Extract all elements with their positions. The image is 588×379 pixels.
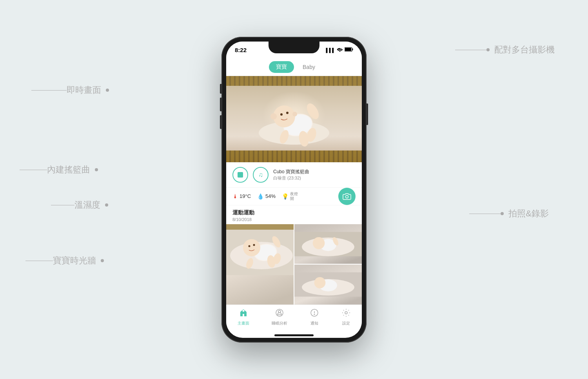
svg-point-44 <box>345 312 347 314</box>
phone-frame: 8:22 ▌▌▌ 寶寶 Baby <box>221 37 367 343</box>
wifi-icon <box>337 47 343 53</box>
svg-point-22 <box>243 239 260 256</box>
status-time: 8:22 <box>235 47 247 53</box>
annotation-lullaby-text: 內建搖籃曲 <box>47 164 90 176</box>
annotation-live-view: 即時畫面 <box>31 84 109 96</box>
svg-point-32 <box>313 237 325 249</box>
battery-icon <box>345 47 353 53</box>
light-sensor: 💡 夜燈開 <box>282 192 298 201</box>
annotation-multi-camera-text: 配對多台攝影機 <box>494 44 555 56</box>
annotation-lullaby-dot <box>95 168 98 171</box>
baby-illustration <box>226 76 362 162</box>
music-note-icon: ♫ <box>258 171 263 178</box>
svg-point-28 <box>253 244 255 246</box>
svg-point-27 <box>249 245 250 247</box>
light-icon: 💡 <box>282 193 289 199</box>
camera-fab-button[interactable] <box>338 188 356 205</box>
photo-large-1[interactable] <box>226 224 294 305</box>
volume-down-button <box>220 115 221 129</box>
svg-point-15 <box>346 195 348 198</box>
svg-point-43 <box>314 314 315 315</box>
home-indicator <box>274 334 314 336</box>
baby-svg <box>255 86 333 152</box>
photo-1-content <box>226 224 294 275</box>
photo-2-content <box>294 224 362 264</box>
svg-point-8 <box>292 112 297 116</box>
annotation-timeline-dot <box>101 259 104 262</box>
annotation-timeline-text: 寶寶時光牆 <box>53 255 96 267</box>
annotation-lullaby: 內建搖籃曲 <box>20 164 98 176</box>
home-icon <box>239 308 248 320</box>
svg-point-7 <box>270 113 277 120</box>
photo-small-1[interactable] <box>294 224 362 264</box>
nav-label-notify: 通知 <box>310 321 318 326</box>
nav-item-sleep[interactable]: 睡眠分析 <box>272 308 287 326</box>
svg-rect-2 <box>352 49 353 51</box>
annotation-live-view-dot <box>106 89 109 92</box>
annotation-photorec-line <box>469 214 501 214</box>
music-note-button[interactable]: ♫ <box>253 167 269 183</box>
svg-point-9 <box>280 113 283 116</box>
svg-rect-1 <box>345 48 351 51</box>
signal-icon: ▌▌▌ <box>326 48 335 53</box>
nav-tab-baby-inactive[interactable]: Baby <box>299 62 319 73</box>
live-video-feed <box>226 76 362 162</box>
phone-screen: 8:22 ▌▌▌ 寶寶 Baby <box>226 42 362 338</box>
annotation-timeline-line <box>25 261 53 261</box>
notch <box>269 42 319 53</box>
humidity-icon: 💧 <box>257 193 264 199</box>
nav-item-notify[interactable]: 通知 <box>310 308 319 326</box>
music-info: Cubo 寶寶搖籃曲 白噪音 (23:32) <box>273 169 309 181</box>
annotation-temperature: 溫濕度 <box>51 199 108 211</box>
status-icons: ▌▌▌ <box>326 47 353 53</box>
music-player-section: ♫ Cubo 寶寶搖籃曲 白噪音 (23:32) <box>226 162 362 188</box>
light-label: 夜燈開 <box>290 192 298 201</box>
annotation-multicam-dot <box>486 48 490 51</box>
notify-icon <box>310 308 319 320</box>
photo-3-content <box>294 265 362 305</box>
annotation-temperature-dot <box>105 203 108 207</box>
humidity-sensor: 💧 54% <box>257 193 276 199</box>
photo-grid <box>226 224 362 305</box>
power-button <box>367 103 368 125</box>
annotation-photo-record: 拍照&錄影 <box>469 208 549 219</box>
svg-point-10 <box>286 112 289 114</box>
annotation-temperature-line <box>51 205 74 205</box>
svg-point-37 <box>314 277 326 288</box>
sensor-section: 🌡 19°C 💧 54% 💡 夜燈開 <box>226 188 362 205</box>
settings-icon <box>341 308 351 320</box>
humidity-value: 54% <box>265 193 276 199</box>
svg-point-38 <box>242 310 244 312</box>
sleep-icon <box>275 308 284 320</box>
status-bar: 8:22 ▌▌▌ <box>226 42 362 59</box>
annotation-timeline: 寶寶時光牆 <box>25 255 104 267</box>
temperature-sensor: 🌡 19°C <box>232 193 251 199</box>
timeline-section: 運動運動 8/10/2018 <box>226 205 362 224</box>
annotation-live-view-text: 即時畫面 <box>67 84 101 96</box>
temperature-value: 19°C <box>240 193 251 199</box>
annotation-photorec-dot <box>501 212 504 215</box>
stop-button[interactable] <box>232 167 248 183</box>
svg-point-40 <box>278 310 281 313</box>
crib-bottom-bar <box>226 151 362 162</box>
nav-item-settings[interactable]: 設定 <box>341 308 351 326</box>
top-nav: 寶寶 Baby <box>226 59 362 76</box>
annotation-multi-camera: 配對多台攝影機 <box>455 44 555 56</box>
volume-up-button <box>220 98 221 111</box>
annotation-temperature-text: 溫濕度 <box>74 199 100 211</box>
photo-small-2[interactable] <box>294 265 362 305</box>
nav-label-settings: 設定 <box>342 321 350 326</box>
timeline-date: 8/10/2018 <box>232 217 356 222</box>
nav-label-home: 主畫面 <box>238 321 249 326</box>
annotation-multicam-line <box>455 50 486 50</box>
music-subtitle: 白噪音 (23:32) <box>273 175 309 181</box>
svg-rect-18 <box>226 224 294 230</box>
annotation-photo-record-text: 拍照&錄影 <box>508 208 549 219</box>
nav-label-sleep: 睡眠分析 <box>272 321 287 326</box>
nav-item-home[interactable]: 主畫面 <box>238 308 249 326</box>
live-video-area <box>226 76 362 162</box>
thermometer-icon: 🌡 <box>232 193 238 199</box>
camera-icon <box>343 193 351 200</box>
nav-tab-baby-active[interactable]: 寶寶 <box>269 61 294 73</box>
silent-button <box>220 84 221 94</box>
